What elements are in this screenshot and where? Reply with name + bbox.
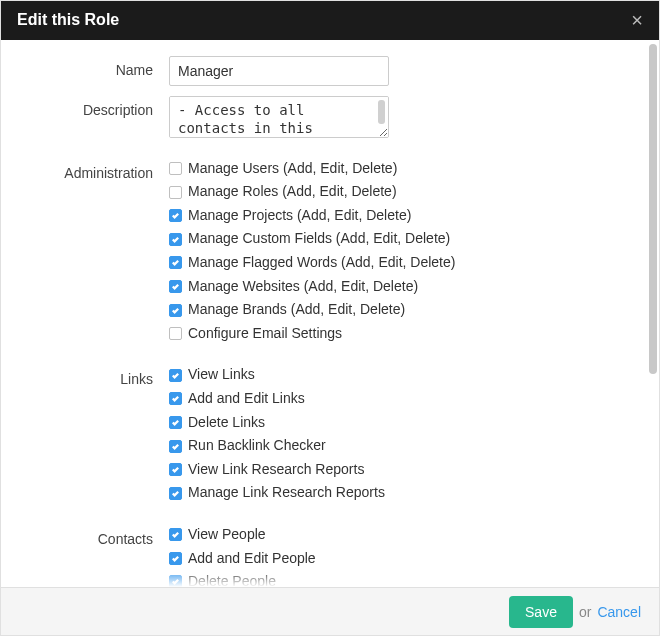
- cancel-link[interactable]: Cancel: [597, 604, 641, 620]
- administration-list: Manage Users (Add, Edit, Delete)Manage R…: [169, 159, 631, 348]
- checkbox-label: View Link Research Reports: [188, 460, 364, 480]
- checkbox[interactable]: [169, 162, 182, 175]
- edit-role-modal: Edit this Role × Name Description: [0, 0, 660, 636]
- checkbox-label: Manage Brands (Add, Edit, Delete): [188, 300, 405, 320]
- checkbox[interactable]: [169, 440, 182, 453]
- checkbox[interactable]: [169, 392, 182, 405]
- checkbox[interactable]: [169, 280, 182, 293]
- checkbox-label: Manage Projects (Add, Edit, Delete): [188, 206, 411, 226]
- description-textarea[interactable]: [169, 96, 389, 138]
- checkbox-label: View People: [188, 525, 266, 545]
- checkbox-label: Delete Links: [188, 413, 265, 433]
- section-administration: Administration Manage Users (Add, Edit, …: [29, 159, 631, 348]
- checkbox-label: Run Backlink Checker: [188, 436, 326, 456]
- checkbox[interactable]: [169, 327, 182, 340]
- description-field: [169, 96, 631, 141]
- checkbox[interactable]: [169, 233, 182, 246]
- checkbox-row: Manage Link Research Reports: [169, 483, 631, 503]
- checkbox[interactable]: [169, 487, 182, 500]
- checkbox-row: Manage Brands (Add, Edit, Delete): [169, 300, 631, 320]
- checkbox-row: View People: [169, 525, 631, 545]
- checkbox-label: Manage Link Research Reports: [188, 483, 385, 503]
- section-contacts: Contacts View PeopleAdd and Edit PeopleD…: [29, 525, 631, 587]
- checkbox-row: View Links: [169, 365, 631, 385]
- section-links: Links View LinksAdd and Edit LinksDelete…: [29, 365, 631, 507]
- checkbox-label: Manage Flagged Words (Add, Edit, Delete): [188, 253, 455, 273]
- checkbox-row: Configure Email Settings: [169, 324, 631, 344]
- checkbox-row: Delete Links: [169, 413, 631, 433]
- checkbox-label: View Links: [188, 365, 255, 385]
- links-list: View LinksAdd and Edit LinksDelete Links…: [169, 365, 631, 507]
- checkbox-row: Add and Edit Links: [169, 389, 631, 409]
- checkbox[interactable]: [169, 209, 182, 222]
- checkbox[interactable]: [169, 186, 182, 199]
- close-icon: ×: [631, 9, 643, 31]
- name-label: Name: [29, 56, 169, 78]
- checkbox[interactable]: [169, 463, 182, 476]
- checkbox-label: Add and Edit People: [188, 549, 316, 569]
- row-name: Name: [29, 56, 631, 86]
- checkbox[interactable]: [169, 528, 182, 541]
- modal-body[interactable]: Name Description Administration Manage U…: [1, 40, 659, 588]
- checkbox-label: Manage Custom Fields (Add, Edit, Delete): [188, 229, 450, 249]
- name-field: [169, 56, 631, 86]
- checkbox[interactable]: [169, 304, 182, 317]
- checkbox-row: Manage Websites (Add, Edit, Delete): [169, 277, 631, 297]
- modal-header: Edit this Role ×: [1, 1, 659, 40]
- checkbox-label: Manage Websites (Add, Edit, Delete): [188, 277, 418, 297]
- checkbox[interactable]: [169, 256, 182, 269]
- checkbox-label: Manage Roles (Add, Edit, Delete): [188, 182, 397, 202]
- checkbox-row: Run Backlink Checker: [169, 436, 631, 456]
- checkbox-label: Delete People: [188, 572, 276, 587]
- close-button[interactable]: ×: [631, 10, 643, 30]
- links-label: Links: [29, 365, 169, 387]
- row-description: Description: [29, 96, 631, 141]
- name-input[interactable]: [169, 56, 389, 86]
- checkbox-row: View Link Research Reports: [169, 460, 631, 480]
- or-text: or: [579, 604, 591, 620]
- checkbox[interactable]: [169, 416, 182, 429]
- checkbox[interactable]: [169, 575, 182, 587]
- contacts-list: View PeopleAdd and Edit PeopleDelete Peo…: [169, 525, 631, 587]
- checkbox[interactable]: [169, 552, 182, 565]
- contacts-label: Contacts: [29, 525, 169, 547]
- checkbox-label: Manage Users (Add, Edit, Delete): [188, 159, 397, 179]
- modal-title: Edit this Role: [17, 11, 119, 29]
- checkbox-label: Configure Email Settings: [188, 324, 342, 344]
- checkbox-row: Manage Flagged Words (Add, Edit, Delete): [169, 253, 631, 273]
- modal-body-wrap: Name Description Administration Manage U…: [1, 40, 659, 588]
- modal-footer: Save or Cancel: [1, 587, 659, 635]
- checkbox-label: Add and Edit Links: [188, 389, 305, 409]
- checkbox-row: Delete People: [169, 572, 631, 587]
- administration-label: Administration: [29, 159, 169, 181]
- checkbox-row: Manage Projects (Add, Edit, Delete): [169, 206, 631, 226]
- checkbox-row: Manage Users (Add, Edit, Delete): [169, 159, 631, 179]
- checkbox-row: Manage Roles (Add, Edit, Delete): [169, 182, 631, 202]
- checkbox-row: Manage Custom Fields (Add, Edit, Delete): [169, 229, 631, 249]
- checkbox-row: Add and Edit People: [169, 549, 631, 569]
- save-button[interactable]: Save: [509, 596, 573, 628]
- checkbox[interactable]: [169, 369, 182, 382]
- description-label: Description: [29, 96, 169, 118]
